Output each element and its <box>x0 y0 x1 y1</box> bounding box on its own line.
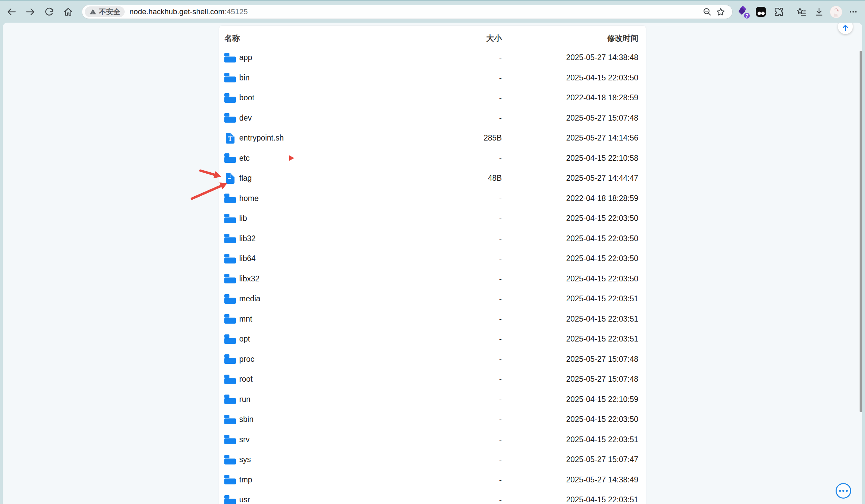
file-name: flag <box>239 174 252 183</box>
file-mtime: 2022-04-18 18:28:59 <box>502 93 638 102</box>
floating-more-button[interactable] <box>835 483 851 499</box>
file-name: lib64 <box>239 254 256 263</box>
file-mtime: 2025-04-15 22:10:59 <box>502 395 638 404</box>
file-size: - <box>441 375 502 384</box>
file-size: - <box>441 214 502 223</box>
table-row[interactable]: T app - 2025-05-27 14:38:48 <box>219 48 646 68</box>
url-text: node.hackhub.get-shell.com:45125 <box>129 8 248 16</box>
table-row[interactable]: T run - 2025-04-15 22:10:59 <box>219 389 646 410</box>
file-mtime: 2025-05-27 15:07:48 <box>502 114 638 122</box>
file-mtime: 2025-04-15 22:03:50 <box>502 254 638 263</box>
file-size: - <box>441 93 502 102</box>
file-mtime: 2025-04-15 22:03:51 <box>502 495 638 504</box>
file-mtime: 2025-05-27 15:07:48 <box>502 375 638 384</box>
table-row[interactable]: T opt - 2025-04-15 22:03:51 <box>219 329 646 349</box>
dot-icon <box>846 490 848 492</box>
folder-icon <box>224 475 236 484</box>
forward-icon <box>25 7 35 17</box>
file-size: - <box>441 294 502 303</box>
profile-avatar[interactable] <box>830 6 842 18</box>
page-scrollbar-thumb[interactable] <box>860 51 862 412</box>
table-row[interactable]: T proc - 2025-05-27 15:07:48 <box>219 349 646 370</box>
forward-button[interactable] <box>23 4 38 19</box>
downloads-button[interactable] <box>812 5 826 19</box>
file-mtime: 2025-05-27 15:07:47 <box>502 455 638 464</box>
file-size: - <box>441 53 502 62</box>
file-name: opt <box>239 335 250 343</box>
collections-button[interactable] <box>794 5 808 19</box>
file-mtime: 2025-04-15 22:03:51 <box>502 294 638 303</box>
table-row[interactable]: T sys - 2025-05-27 15:07:47 <box>219 449 646 470</box>
table-row[interactable]: T etc - 2025-04-15 22:10:58 <box>219 148 646 168</box>
folder-icon <box>224 435 236 444</box>
file-name: libx32 <box>239 274 260 283</box>
table-row[interactable]: T home - 2022-04-18 18:28:59 <box>219 188 646 209</box>
file-name: home <box>239 194 259 203</box>
table-row[interactable]: T lib - 2025-04-15 22:03:50 <box>219 208 646 229</box>
folder-icon <box>224 395 236 404</box>
table-row[interactable]: T lib64 - 2025-04-15 22:03:50 <box>219 249 646 269</box>
red-arrow-shaft <box>200 171 216 175</box>
file-name: proc <box>239 355 254 364</box>
file-name: run <box>239 395 250 404</box>
table-row[interactable]: T usr - 2025-04-15 22:03:51 <box>219 490 646 504</box>
collections-icon <box>796 7 807 17</box>
back-button[interactable] <box>4 4 19 19</box>
table-row[interactable]: T root - 2025-05-27 15:07:48 <box>219 369 646 389</box>
table-row[interactable]: T srv - 2025-04-15 22:03:51 <box>219 430 646 450</box>
file-name: root <box>239 375 253 384</box>
text-file-icon: T <box>226 133 234 143</box>
extensions-button[interactable] <box>772 5 786 19</box>
folder-icon <box>224 455 236 465</box>
file-mtime: 2025-05-27 14:38:49 <box>502 475 638 484</box>
file-size: - <box>441 274 502 283</box>
file-size: - <box>441 254 502 263</box>
table-row[interactable]: T entrypoint.sh 285B 2025-05-27 14:14:56 <box>219 128 646 148</box>
home-icon <box>63 7 73 17</box>
favorite-button[interactable] <box>714 5 727 19</box>
file-name: boot <box>239 93 254 102</box>
file-size: - <box>441 315 502 324</box>
folder-icon <box>224 335 236 344</box>
zoom-indicator-button[interactable] <box>701 5 714 19</box>
dot-icon <box>842 490 844 492</box>
dark-extension-button[interactable] <box>754 5 768 19</box>
table-row[interactable]: T media - 2025-04-15 22:03:51 <box>219 289 646 309</box>
folder-icon <box>224 314 236 324</box>
home-button[interactable] <box>61 4 76 19</box>
table-row[interactable]: T libx32 - 2025-04-15 22:03:50 <box>219 269 646 289</box>
file-mtime: 2025-04-15 22:10:58 <box>502 154 638 163</box>
file-size: - <box>441 73 502 82</box>
file-mtime: 2025-04-15 22:03:51 <box>502 435 638 444</box>
refresh-button[interactable] <box>42 4 57 19</box>
file-name: lib <box>239 214 247 223</box>
table-row[interactable]: T boot - 2022-04-18 18:28:59 <box>219 88 646 108</box>
more-menu-icon <box>848 7 858 17</box>
file-name: usr <box>239 495 250 504</box>
file-name: entrypoint.sh <box>239 133 284 142</box>
url-host: node.hackhub.get-shell.com <box>129 8 224 16</box>
dark-extension-icon <box>755 6 767 17</box>
table-row[interactable]: T tmp - 2025-05-27 14:38:49 <box>219 470 646 490</box>
file-name: app <box>239 53 252 62</box>
table-row[interactable]: T dev - 2025-05-27 15:07:48 <box>219 108 646 128</box>
table-row[interactable]: T lib32 - 2025-04-15 22:03:50 <box>219 229 646 249</box>
address-bar[interactable]: 不安全 node.hackhub.get-shell.com:45125 <box>82 5 733 19</box>
scroll-to-top-button[interactable] <box>838 23 853 34</box>
browser-toolbar: 不安全 node.hackhub.get-shell.com:45125 <box>0 1 865 23</box>
folder-icon <box>224 53 236 62</box>
table-row[interactable]: T mnt - 2025-04-15 22:03:51 <box>219 309 646 329</box>
file-listing-card: 名称 大小 修改时间 <box>219 25 646 504</box>
table-row[interactable]: T flag 48B 2025-05-27 14:44:47 <box>219 168 646 188</box>
folder-icon <box>224 194 236 203</box>
file-name: tmp <box>239 475 252 484</box>
security-badge[interactable]: 不安全 <box>85 7 125 17</box>
table-row[interactable]: T bin - 2025-04-15 22:03:50 <box>219 68 646 88</box>
file-name: sbin <box>239 415 253 424</box>
layers-extension-button[interactable]: 7 <box>736 5 750 19</box>
file-size: - <box>441 355 502 364</box>
table-row[interactable]: T sbin - 2025-04-15 22:03:50 <box>219 409 646 430</box>
file-size: 48B <box>441 174 502 183</box>
browser-menu-button[interactable] <box>846 5 860 19</box>
folder-icon <box>224 354 236 364</box>
